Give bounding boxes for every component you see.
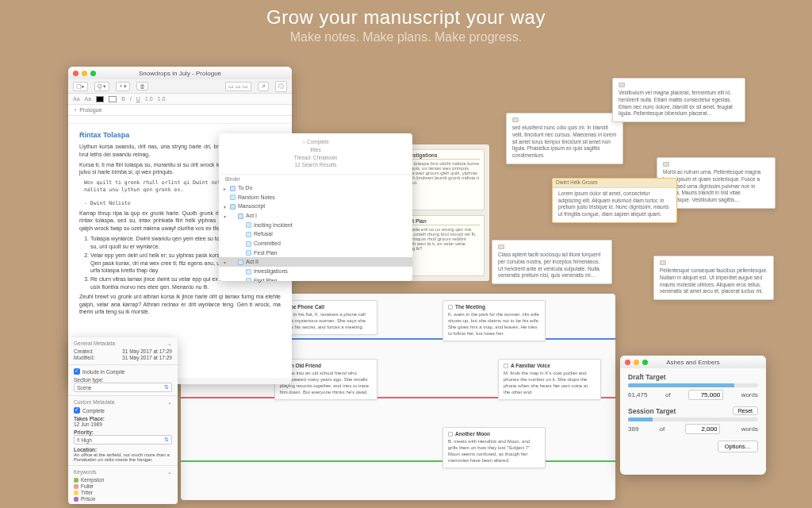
timeline-card-body: Alone in his flat, K. receives a phone c…	[280, 312, 372, 330]
location-text[interactable]: An office at the airfield, not much more…	[74, 452, 172, 462]
binder-item[interactable]: ▾Manuscript	[219, 202, 412, 211]
checkbox-icon[interactable]	[504, 364, 508, 368]
keyword-row[interactable]: Triter	[74, 490, 172, 495]
label: Created:	[74, 348, 94, 354]
inspector-toggle-button[interactable]: ⓘ	[275, 81, 287, 92]
view-toggle-button[interactable]: ▢▸	[73, 82, 88, 91]
index-card-body: Ti, harle erk vo ux erung qen ma quot oz…	[403, 227, 480, 251]
binder-tree[interactable]: ▸To DoRandom Notes▾Manuscript▾Act IIncit…	[219, 183, 412, 281]
style-picker[interactable]: Aa	[85, 96, 92, 102]
binder-item[interactable]: ▾Act II	[219, 257, 412, 267]
note-text: Lorem ipsum dolor sit amet, consectetur …	[558, 190, 671, 218]
note-text: Morbi ac rutrum urna. Pellentesque magna…	[663, 169, 769, 204]
binder-item[interactable]: Refusal	[219, 229, 412, 239]
value: 31 May 2017 at 17:29	[122, 355, 172, 360]
indent[interactable]: 1.0	[158, 96, 166, 102]
format-bar: Aa Aa B I U 1.0 1.0	[68, 94, 292, 105]
binder-item[interactable]: Random Notes	[219, 193, 412, 202]
value[interactable]: 12 Jun 1989	[74, 421, 172, 427]
breadcrumb[interactable]: ‹ Prologue	[68, 105, 292, 116]
current-count: 389	[628, 425, 638, 433]
titlebar[interactable]: Ashes and Embers	[620, 356, 766, 368]
delete-button[interactable]: 🗑	[136, 82, 148, 90]
color-swatch[interactable]	[96, 96, 104, 102]
goal-input[interactable]	[685, 424, 720, 434]
search-complete[interactable]: ○ Complete	[225, 138, 406, 146]
chevron-down-icon[interactable]: ⌄	[167, 399, 172, 406]
priority-select[interactable]: !! High⇅	[74, 435, 172, 444]
chevron-down-icon[interactable]: ⌄	[167, 341, 172, 347]
view-mode-button[interactable]: ▭ ▭ ▭	[225, 82, 251, 91]
keyword-row[interactable]: Kempston	[74, 477, 172, 483]
titlebar[interactable]: Snowdrops in July - Prologue	[68, 67, 292, 79]
label: Section type:	[74, 377, 172, 383]
checkbox[interactable]	[74, 407, 80, 414]
document-icon	[246, 232, 251, 237]
binder-item[interactable]: ▸To Do	[219, 183, 412, 193]
underline-button[interactable]: U	[136, 96, 140, 102]
search-scope: titles	[225, 146, 406, 154]
pushpin-icon	[660, 260, 666, 265]
unit-label: words	[741, 425, 758, 433]
window-title: Snowdrops in July - Prologue	[68, 70, 292, 77]
goal-input[interactable]	[688, 390, 723, 400]
italic-button[interactable]: I	[130, 96, 132, 102]
section-header: Custom Metadata	[74, 399, 114, 406]
timeline-card-title: The Meeting	[455, 304, 485, 310]
select-value: !! High	[77, 437, 92, 443]
color-swatch[interactable]	[109, 96, 117, 102]
hero: Grow your manuscript your way Make notes…	[0, 0, 812, 44]
disclosure-icon[interactable]: ▾	[224, 260, 226, 265]
section-type-select[interactable]: Scene⇅	[74, 383, 172, 392]
disclosure-icon[interactable]: ▾	[224, 214, 226, 219]
style-picker[interactable]: Aa	[73, 96, 80, 102]
timeline-card[interactable]: Another Moon B. meets with Hendrick and …	[442, 427, 546, 468]
pushpin-icon	[512, 117, 519, 122]
progress-bar	[628, 383, 758, 387]
session-target-label: Session Target	[628, 407, 676, 415]
binder-item[interactable]: ▾Act I	[219, 211, 412, 221]
ruler[interactable]	[68, 116, 292, 124]
value: 31 May 2017 at 17:29	[122, 348, 172, 354]
document-icon	[246, 278, 251, 281]
keyword-color-icon	[74, 497, 79, 502]
note-card-highlighted[interactable]: Dwint Helk Groum Lorem ipsum dolor sit a…	[552, 178, 677, 223]
checkbox[interactable]	[74, 368, 80, 375]
document-icon	[246, 241, 251, 247]
note-card[interactable]: Class aptent taciti sociosqu ad litora t…	[492, 240, 612, 284]
checkbox-icon[interactable]	[448, 432, 453, 437]
note-card[interactable]: Pellentesque consequat faucibus pellente…	[653, 256, 774, 300]
back-icon[interactable]: ‹	[75, 107, 76, 113]
of-label: of	[660, 425, 665, 433]
binder-item[interactable]: Inciting Incident	[219, 221, 412, 230]
keyword-row[interactable]: Prison	[74, 496, 172, 502]
binder-item[interactable]: Committed	[219, 239, 412, 248]
binder-item[interactable]: Investigations	[219, 267, 412, 276]
keyword-color-icon	[74, 491, 79, 495]
label: Takes Place:	[74, 416, 172, 421]
note-card[interactable]: Vestibulum vel magna placerat, fermentum…	[612, 78, 745, 122]
binder-item-label: Act I	[246, 213, 257, 218]
line-spacing[interactable]: 1.0	[145, 96, 153, 102]
binder-item-label: Refusal	[254, 231, 273, 237]
keyword-row[interactable]: Fuller	[74, 483, 172, 489]
progress-fill	[628, 418, 653, 421]
disclosure-icon[interactable]: ▾	[224, 204, 226, 210]
add-button[interactable]: + ▾	[116, 82, 130, 91]
breadcrumb-item[interactable]: Prologue	[79, 107, 102, 113]
checkbox-icon[interactable]	[448, 305, 453, 310]
options-button[interactable]: Options…	[718, 441, 758, 452]
note-card[interactable]: sed eiusifend nunc odio quis mi. In blan…	[506, 113, 623, 164]
binder-item[interactable]: First Plan	[219, 248, 412, 258]
reset-button[interactable]: Reset	[733, 406, 758, 415]
disclosure-icon[interactable]: ▸	[224, 186, 226, 191]
search-button[interactable]: Q ▾	[94, 82, 109, 91]
timeline-card[interactable]: A Familiar Voice M. finds the map in K's…	[498, 359, 601, 400]
binder-item[interactable]: First Plan	[219, 276, 412, 281]
chevron-down-icon[interactable]: ⌄	[167, 469, 172, 475]
folder-icon	[230, 186, 236, 191]
bold-button[interactable]: B	[121, 96, 125, 102]
timeline-card[interactable]: The Meeting K. waits in the park for the…	[442, 300, 546, 341]
compile-button[interactable]: ↗	[258, 82, 269, 91]
index-card-title: Investigations	[403, 152, 480, 160]
